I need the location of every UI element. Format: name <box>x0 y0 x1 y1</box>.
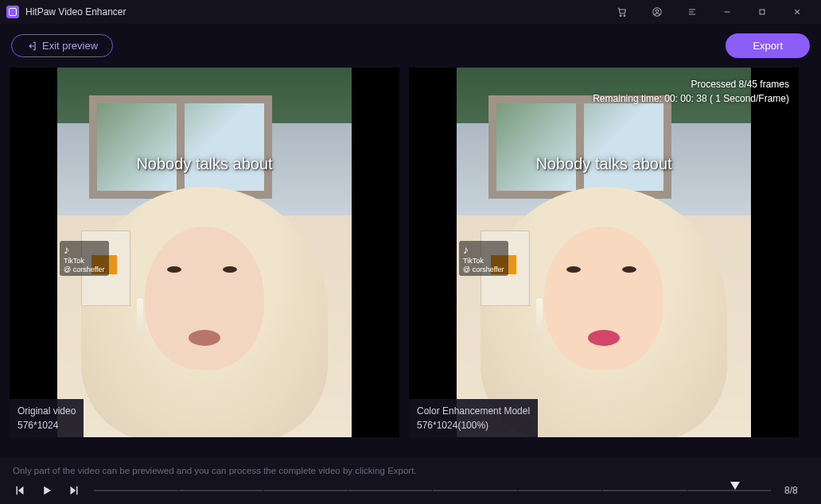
cart-icon[interactable] <box>605 0 640 24</box>
frame-counter: 8/8 <box>784 485 808 496</box>
original-video-panel: Nobody talks about ♪ TikTok @ corsheffer… <box>10 68 399 437</box>
tiktok-logo-icon: ♪ <box>463 243 504 257</box>
tiktok-logo-icon: ♪ <box>64 243 105 257</box>
title-bar: HitPaw Video Enhancer <box>0 0 821 24</box>
original-label-resolution: 576*1024 <box>18 418 76 432</box>
enhanced-panel-label: Color Enhancement Model 576*1024(100%) <box>409 399 538 437</box>
watermark-user: @ corsheffer <box>64 266 105 273</box>
prev-frame-button[interactable] <box>13 483 27 498</box>
preview-hint: Only part of the video can be previewed … <box>13 466 808 475</box>
enhanced-label-title: Color Enhancement Model <box>417 404 530 418</box>
play-button[interactable] <box>40 483 54 498</box>
enhanced-video-panel: Nobody talks about ♪ TikTok @ corsheffer… <box>409 68 799 437</box>
app-logo-icon <box>6 6 19 18</box>
processing-status: Processed 8/45 frames Remaining time: 00… <box>593 77 789 106</box>
playback-controls: 8/8 <box>13 483 808 498</box>
exit-preview-button[interactable]: Exit preview <box>11 34 113 57</box>
svg-rect-4 <box>760 10 765 14</box>
export-button[interactable]: Export <box>726 33 810 58</box>
preview-panels: Nobody talks about ♪ TikTok @ corsheffer… <box>10 68 811 437</box>
original-panel-label: Original video 576*1024 <box>10 399 84 437</box>
watermark-badge: ♪ TikTok @ corsheffer <box>60 241 109 276</box>
minimize-icon[interactable] <box>710 0 745 24</box>
account-icon[interactable] <box>640 0 675 24</box>
watermark-brand: TikTok <box>64 257 84 265</box>
status-processed: Processed 8/45 frames <box>593 77 789 91</box>
timeline-marker-icon[interactable] <box>730 482 740 490</box>
svg-point-0 <box>620 15 621 17</box>
footer: Only part of the video can be previewed … <box>0 458 821 504</box>
status-remaining: Remaining time: 00: 00: 38 ( 1 Second/Fr… <box>593 91 789 106</box>
exit-preview-label: Exit preview <box>42 40 98 52</box>
close-icon[interactable] <box>780 0 815 24</box>
timeline-slider[interactable] <box>94 485 772 496</box>
app-title: HitPaw Video Enhancer <box>25 6 126 17</box>
enhanced-label-resolution: 576*1024(100%) <box>417 418 530 432</box>
enhanced-video-frame: Nobody talks about ♪ TikTok @ corsheffer <box>457 68 751 437</box>
preview-toolbar: Exit preview Export <box>10 33 811 58</box>
original-label-title: Original video <box>18 404 76 418</box>
original-caption: Nobody talks about <box>136 155 272 173</box>
maximize-icon[interactable] <box>745 0 780 24</box>
svg-point-1 <box>624 15 625 17</box>
watermark-badge: ♪ TikTok @ corsheffer <box>459 241 508 276</box>
original-video-frame: Nobody talks about ♪ TikTok @ corsheffer <box>57 68 352 437</box>
menu-icon[interactable] <box>675 0 710 24</box>
enhanced-caption: Nobody talks about <box>535 155 671 173</box>
next-frame-button[interactable] <box>67 483 81 498</box>
watermark-user: @ corsheffer <box>463 266 504 273</box>
svg-point-3 <box>656 10 659 13</box>
watermark-brand: TikTok <box>463 257 484 265</box>
